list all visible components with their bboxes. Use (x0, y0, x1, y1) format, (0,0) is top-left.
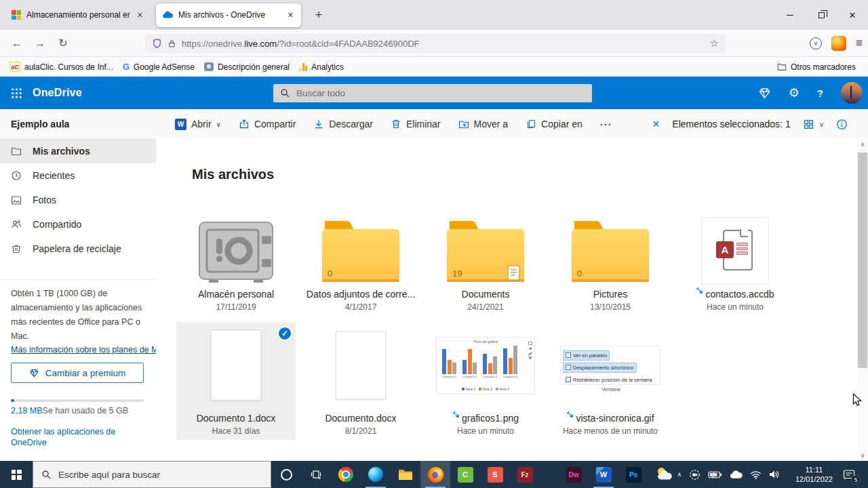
tab-close-icon[interactable]: ✕ (136, 11, 144, 20)
forward-button[interactable]: → (28, 37, 52, 49)
file-tile-folder[interactable]: 0 Pictures 13/10/2015 (551, 203, 670, 312)
bookmark-adsense[interactable]: GGoogle AdSense (123, 62, 195, 72)
meet-now-icon[interactable] (689, 469, 701, 481)
file-name: Documento 1.docx (176, 413, 296, 424)
page-scrollbar[interactable]: ∧ ∨ (857, 139, 868, 461)
volume-icon[interactable] (769, 470, 780, 479)
file-tile-access[interactable]: A contactos.accdb Hace un minuto (675, 203, 795, 312)
mini-chart-bar (513, 346, 517, 374)
file-tile-folder[interactable]: 19 Documents 24/1/2021 (426, 203, 545, 312)
sidebar-item-shared[interactable]: Compartido (0, 212, 156, 237)
browser-tab-active[interactable]: Mis archivos - OneDrive ✕ (156, 3, 301, 27)
menu-icon[interactable]: ≡ (856, 37, 863, 50)
bookmarks-bar: aCaulaClic. Cursos de Inf... GGoogle AdS… (0, 57, 868, 77)
copy-button[interactable]: Copiar en (526, 119, 583, 129)
taskbar-app-firefox[interactable] (420, 461, 450, 488)
file-name-text: Pictures (593, 289, 628, 300)
clear-selection-button[interactable]: ✕ (652, 119, 660, 129)
pocket-icon[interactable]: ∨ (810, 37, 822, 49)
scroll-up-icon[interactable]: ∧ (857, 139, 868, 150)
view-switcher-button[interactable]: ∨ (803, 119, 824, 130)
file-tile-image-chart[interactable]: Título del gráfico Categoría 1Categoría … (426, 322, 545, 436)
go-premium-button[interactable]: Cambiar a premium (11, 363, 144, 383)
help-icon[interactable]: ? (817, 87, 823, 99)
new-tab-button[interactable]: + (309, 8, 328, 22)
minimize-button[interactable] (774, 0, 806, 30)
sidebar-item-recycle-bin[interactable]: Papelera de reciclaje (0, 237, 156, 261)
restore-button[interactable] (806, 0, 837, 30)
sidebar-item-my-files[interactable]: Mis archivos (0, 139, 156, 163)
taskbar-clock[interactable]: 11:11 12/01/2022 (795, 461, 833, 488)
bookmark-descripcion[interactable]: Descripción general (204, 62, 290, 72)
taskbar-app-camtasia[interactable]: C (450, 461, 480, 488)
url-bar[interactable]: https://onedrive.live.com/?id=root&cid=4… (145, 34, 726, 53)
taskbar-weather-button[interactable] (650, 461, 679, 488)
taskbar-app-snagit[interactable]: S (480, 461, 510, 488)
browser-tab-inactive[interactable]: Almacenamiento personal en la ✕ (5, 3, 151, 27)
file-tile-docx-selected[interactable]: ✓ Documento 1.docx Hace 31 días (176, 322, 296, 440)
vault-icon (176, 203, 296, 285)
task-view-button[interactable] (301, 461, 331, 488)
file-tile-vault[interactable]: Almacén personal 17/11/2019 (176, 203, 296, 312)
onedrive-tray-icon[interactable] (730, 470, 743, 479)
wifi-icon[interactable] (750, 470, 762, 479)
file-date: Hace un minuto (675, 302, 795, 312)
action-center-button[interactable]: 5 (834, 461, 864, 488)
share-button[interactable]: Compartir (239, 119, 296, 129)
file-tile-folder[interactable]: 0 Datos adjuntos de corre... 4/1/2017 (301, 203, 420, 312)
tab-close-icon[interactable]: ✕ (286, 11, 295, 20)
storage-used[interactable]: 2,18 MB (11, 406, 43, 415)
taskbar-app-explorer[interactable] (391, 461, 420, 488)
back-button[interactable]: ← (5, 37, 28, 49)
premium-diamond-icon[interactable] (758, 87, 771, 99)
taskbar-search-box[interactable] (33, 461, 271, 488)
document-thumbnail (211, 330, 261, 401)
taskbar-app-word[interactable]: W (589, 461, 618, 488)
file-tile-docx[interactable]: Documento.docx 8/1/2021 (301, 322, 420, 436)
get-apps-link[interactable]: Obtener las aplicaciones de OneDrive (11, 426, 126, 448)
other-bookmarks[interactable]: Otros marcadores (777, 62, 856, 72)
account-avatar[interactable] (841, 82, 863, 104)
taskbar-app-edge[interactable] (361, 461, 391, 488)
bookmark-star-icon[interactable]: ☆ (710, 37, 719, 49)
tracking-shield-icon[interactable] (152, 38, 162, 49)
bookmark-analytics[interactable]: Analytics (299, 62, 344, 72)
open-button[interactable]: WAbrir∨ (175, 119, 221, 130)
tray-expand-icon[interactable]: ∧ (677, 471, 682, 478)
sidebar-item-recent[interactable]: Recientes (0, 163, 156, 188)
people-icon (11, 219, 22, 230)
close-window-button[interactable]: ✕ (837, 0, 868, 30)
selected-check-icon[interactable]: ✓ (277, 326, 292, 341)
plans-link[interactable]: Más información sobre los planes de M3 (11, 345, 156, 354)
file-tile-image-gif[interactable]: Ver en paralelo Desplazamiento sincrónic… (551, 322, 670, 436)
file-name: Almacén personal (176, 289, 296, 300)
download-button[interactable]: Descargar (313, 119, 373, 129)
info-icon[interactable] (836, 119, 848, 130)
file-name-text: Documents (462, 289, 510, 300)
page-title: Mis archivos (192, 167, 274, 182)
start-button[interactable] (0, 461, 33, 488)
scrollbar-thumb[interactable] (858, 152, 867, 368)
onedrive-search-input[interactable] (296, 88, 585, 98)
move-button[interactable]: Mover a (458, 119, 509, 129)
battery-icon[interactable] (708, 470, 722, 479)
delete-button[interactable]: Eliminar (391, 119, 441, 129)
menu-row: Desplazamiento sincrónico (564, 363, 636, 372)
settings-gear-icon[interactable]: ⚙ (789, 87, 800, 99)
more-commands-button[interactable]: ··· (600, 119, 612, 130)
taskbar-app-filezilla[interactable]: Fz (510, 461, 540, 488)
cortana-button[interactable] (271, 461, 301, 488)
onedrive-search-box[interactable] (273, 84, 592, 102)
taskbar-app-dreamweaver[interactable]: Dw (559, 461, 589, 488)
app-launcher-button[interactable] (0, 77, 33, 109)
sidebar-item-photos[interactable]: Fotos (0, 188, 156, 212)
scroll-down-icon[interactable]: ∨ (857, 450, 868, 461)
taskbar-app-chrome[interactable] (331, 461, 361, 488)
bookmark-aulaclic[interactable]: aCaulaClic. Cursos de Inf... (9, 62, 113, 72)
taskbar-app-photoshop[interactable]: Ps (618, 461, 648, 488)
taskbar-search-input[interactable] (58, 470, 262, 480)
onedrive-brand[interactable]: OneDrive (33, 87, 82, 99)
reload-button[interactable]: ↻ (52, 37, 75, 49)
firefox-account-icon[interactable] (831, 36, 846, 51)
folder-item-count: 19 (452, 268, 462, 279)
